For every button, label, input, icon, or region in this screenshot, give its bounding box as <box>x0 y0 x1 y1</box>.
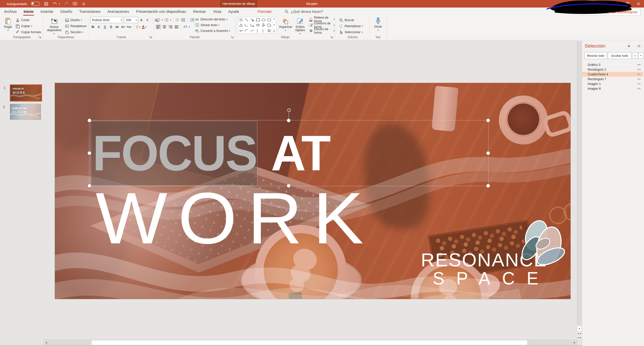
selection-item-rectangulo7[interactable]: Rectángulo 7 <box>582 77 643 81</box>
convert-smartart-button[interactable]: Convertir a SmartArt ▾ <box>194 28 230 33</box>
selection-handle-top-left[interactable] <box>88 119 91 122</box>
decrease-indent-icon[interactable] <box>175 17 180 22</box>
font-size-caret[interactable]: ▾ <box>136 19 137 21</box>
selection-item-rectangulo2[interactable]: Rectángulo 2 <box>582 67 643 72</box>
previous-slide-button[interactable]: ⏶⏶ <box>577 332 581 335</box>
selection-item-imagen6[interactable]: Imagen 6 <box>582 86 643 91</box>
bullets-icon[interactable] <box>156 17 161 22</box>
ribbon-display-options-icon[interactable] <box>600 0 611 8</box>
tab-ayuda[interactable]: Ayuda <box>225 8 243 16</box>
start-presentation-icon[interactable] <box>72 1 77 6</box>
textbox-shape-icon[interactable]: A <box>239 18 243 22</box>
increase-indent-icon[interactable] <box>181 17 186 22</box>
scroll-right-icon[interactable]: ► <box>572 340 577 345</box>
font-family-combobox[interactable]: ▾ <box>90 17 123 23</box>
selection-handle-top-right[interactable] <box>486 119 490 122</box>
copy-button[interactable]: Copiar ▾ <box>15 24 32 29</box>
highlight-color-button[interactable]: ▾ <box>135 24 140 29</box>
tab-presentacion[interactable]: Presentación con diapositivas <box>133 8 189 16</box>
tab-inicio[interactable]: Inicio <box>20 8 37 16</box>
selection-item-grafico3[interactable]: Gráfico 3 <box>582 62 643 67</box>
left-brace-shape-icon[interactable]: { <box>257 29 259 32</box>
hide-all-button[interactable]: Ocultar todo <box>608 52 631 59</box>
scroll-down-button[interactable]: ▼ <box>577 326 582 331</box>
align-right-icon[interactable] <box>168 24 173 29</box>
shapes-scroll-down-icon[interactable]: ▼ <box>273 24 275 26</box>
bullets-caret[interactable]: ▾ <box>162 19 163 21</box>
drawing-dialog-launcher[interactable] <box>331 35 334 39</box>
selection-handle-bottom-left[interactable] <box>88 184 91 188</box>
visibility-eye-icon[interactable] <box>637 77 641 81</box>
character-spacing-button[interactable]: AV▾ <box>120 24 126 29</box>
selection-handle-bottom-right[interactable] <box>486 184 490 188</box>
dictate-button[interactable]: Dictar ▾ <box>373 17 384 31</box>
reset-slide-button[interactable]: Restablecer <box>64 24 87 29</box>
rounded-rectangle-shape-icon[interactable] <box>267 18 271 21</box>
brand-wordmark[interactable]: RESONANCE SPACE <box>421 251 537 287</box>
align-text-button[interactable]: Alinear texto ▾ <box>194 22 230 28</box>
font-family-caret[interactable]: ▾ <box>120 19 122 21</box>
undo-icon[interactable] <box>53 1 58 6</box>
next-slide-button[interactable]: ⏷⏷ <box>577 336 581 340</box>
resonance-space-logo[interactable] <box>521 221 566 271</box>
vertical-scrollbar-thumb[interactable] <box>577 41 581 325</box>
bold-button[interactable]: N <box>90 24 95 29</box>
save-icon[interactable] <box>44 1 49 6</box>
rotation-handle-icon[interactable] <box>287 108 291 113</box>
font-size-input[interactable] <box>125 18 133 22</box>
shapes-gallery-more-icon[interactable]: ▼ <box>273 30 275 33</box>
slide1-thumbnail[interactable]: FOCUS AT WORK RESONANCES P A C E <box>10 84 42 102</box>
comments-button[interactable]: Comentarios <box>609 8 640 16</box>
move-up-button[interactable]: ▲ <box>632 53 638 59</box>
align-left-icon[interactable] <box>156 24 161 29</box>
elbow-arrow-connector-icon[interactable] <box>251 24 254 27</box>
arrow-shape-icon[interactable] <box>251 18 254 22</box>
align-center-icon[interactable] <box>162 24 167 29</box>
visibility-eye-icon[interactable] <box>637 63 641 67</box>
selection-item-cuadrotexto4[interactable]: CuadroTexto 4 <box>582 72 643 77</box>
tab-animaciones[interactable]: Animaciones <box>104 8 133 16</box>
cut-button[interactable]: Cortar <box>15 18 29 23</box>
justify-icon[interactable] <box>174 24 179 29</box>
shape-outline-button[interactable]: Contorno de forma ▾ <box>309 22 335 28</box>
columns-caret[interactable]: ▾ <box>189 26 190 28</box>
change-case-button[interactable]: Aa▾ <box>127 24 132 29</box>
paragraph-dialog-launcher[interactable] <box>231 35 234 39</box>
text-direction-button[interactable]: A Dirección del texto ▾ <box>194 17 230 22</box>
selection-handle-bottom-middle[interactable] <box>287 184 291 188</box>
visibility-eye-icon[interactable] <box>637 73 641 76</box>
section-button[interactable]: Sección ▾ <box>64 30 83 35</box>
scroll-left-icon[interactable]: ◄ <box>44 340 49 345</box>
select-button[interactable]: Seleccionar ▾ <box>339 30 363 35</box>
shapes-gallery[interactable]: A { } <box>238 17 276 33</box>
underline-button[interactable]: S <box>102 24 107 29</box>
customize-qat-icon[interactable] <box>81 1 86 6</box>
clipboard-dialog-launcher[interactable] <box>39 35 42 39</box>
scribble-shape-icon[interactable] <box>239 29 243 32</box>
slide-design-button[interactable]: Diseño ▾ <box>64 18 82 23</box>
oval-shape-icon[interactable] <box>262 18 265 21</box>
rectangle-shape-icon[interactable] <box>256 18 260 21</box>
tab-insertar[interactable]: Insertar <box>37 8 57 16</box>
arc-shape-icon[interactable] <box>245 29 248 32</box>
tell-me-search[interactable]: ¿Qué desea hacer? <box>285 10 323 14</box>
triangle-shape-icon[interactable] <box>239 24 243 27</box>
quick-styles-button[interactable]: Estilos rápidos ▾ <box>293 17 307 35</box>
replace-button[interactable]: bc Reemplazar ▾ <box>339 24 363 29</box>
tab-revisar[interactable]: Revisar <box>190 8 210 16</box>
down-arrow-shape-icon[interactable] <box>262 23 265 27</box>
shapes-gallery-scrollbar[interactable]: ▲ ▼ ▼ <box>272 17 276 33</box>
shapes-scroll-up-icon[interactable]: ▲ <box>273 18 275 20</box>
right-brace-shape-icon[interactable]: } <box>262 29 264 32</box>
italic-button[interactable]: K <box>96 24 101 29</box>
pane-options-chevron-icon[interactable]: ▾ <box>627 44 631 48</box>
tab-transiciones[interactable]: Transiciones <box>76 8 104 16</box>
increase-font-icon[interactable]: Aˆ <box>139 18 144 23</box>
font-size-combobox[interactable]: ▾ <box>124 17 138 23</box>
title-word-work[interactable]: WORK <box>96 185 374 251</box>
strikethrough-button[interactable]: ab <box>114 24 119 29</box>
minimize-icon[interactable] <box>611 0 622 8</box>
slide2-thumbnail[interactable]: NAME OF THE ALBUM RESONANCES P A C E <box>10 104 41 120</box>
find-button[interactable]: Buscar <box>339 18 354 23</box>
text-shadow-button[interactable]: S <box>108 24 113 29</box>
